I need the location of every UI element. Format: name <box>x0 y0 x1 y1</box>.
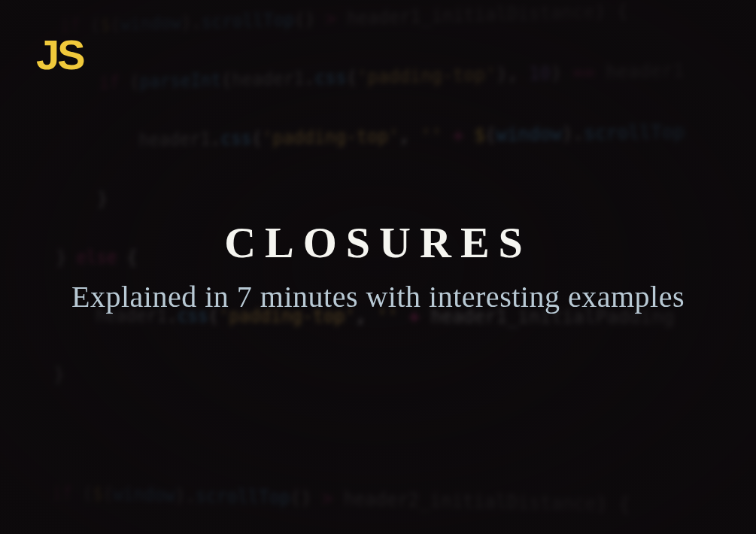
subtitle: Explained in 7 minutes with interesting … <box>71 277 685 317</box>
content-area: CLOSURES Explained in 7 minutes with int… <box>0 0 756 534</box>
main-title: CLOSURES <box>224 217 532 268</box>
js-logo: JS <box>36 30 83 79</box>
